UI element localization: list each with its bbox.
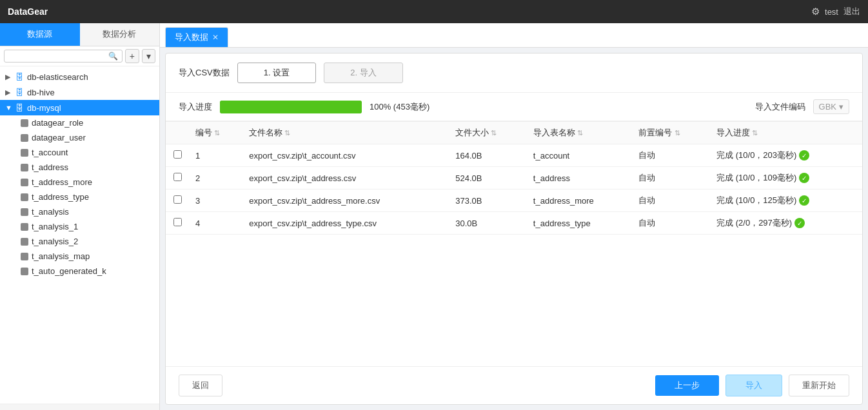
encoding-value: GBK (819, 102, 836, 112)
row-status: 完成 (10/0，125毫秒) ✓ (710, 190, 862, 212)
table-icon (21, 238, 28, 246)
tab-bar: 导入数据 ✕ (160, 23, 868, 48)
encoding-dropdown-icon: ▾ (839, 102, 843, 112)
sidebar-item-db-elasticsearch[interactable]: ▶ 🗄 db-elasticsearch (0, 69, 159, 84)
row-num: 4 (189, 212, 242, 235)
settings-icon[interactable]: ⚙ (811, 6, 820, 17)
check-icon: ✓ (799, 173, 809, 183)
sidebar-item-t_auto_generated_k[interactable]: t_auto_generated_k (0, 264, 159, 278)
tree-arrow: ▶ (5, 88, 14, 97)
tab-import-data[interactable]: 导入数据 ✕ (165, 27, 228, 47)
sidebar-tab-datasource[interactable]: 数据源 (0, 23, 80, 46)
row-tablename: t_address_more (527, 190, 633, 212)
sidebar-item-t_address_type[interactable]: t_address_type (0, 190, 159, 204)
row-checkbox-cell[interactable] (166, 144, 189, 167)
footer-buttons: 返回 上一步 导入 重新开始 (166, 366, 862, 404)
table-icon (21, 164, 28, 171)
progress-label: 导入进度 (179, 101, 212, 113)
tree-label: t_auto_generated_k (32, 266, 106, 276)
row-status: 完成 (10/0，203毫秒) ✓ (710, 144, 862, 167)
row-filesize: 373.0B (449, 190, 527, 212)
row-checkbox[interactable] (173, 173, 182, 181)
tree-label: t_address_more (32, 177, 92, 187)
row-checkbox[interactable] (173, 218, 182, 226)
col-status[interactable]: 导入进度 (710, 122, 862, 144)
progress-text: 100% (453毫秒) (370, 101, 429, 113)
row-checkbox[interactable] (173, 150, 182, 159)
sidebar-search-row: 🔍 + ▾ (0, 46, 159, 66)
table-icon (21, 119, 28, 127)
col-filename[interactable]: 文件名称 (242, 122, 449, 144)
sidebar-item-t_analysis_2[interactable]: t_analysis_2 (0, 234, 159, 249)
prev-step-button[interactable]: 上一步 (655, 375, 719, 396)
sidebar-item-t_analysis[interactable]: t_analysis (0, 204, 159, 219)
sidebar-item-db-mysql[interactable]: ▼ 🗄 db-mysql (0, 100, 159, 115)
dropdown-button[interactable]: ▾ (142, 49, 155, 63)
section-label: 导入CSV数据 (179, 67, 230, 79)
row-filesize: 30.0B (449, 212, 527, 235)
col-select (166, 122, 189, 144)
row-checkbox-cell[interactable] (166, 167, 189, 190)
sidebar-tab-analysis[interactable]: 数据分析 (80, 23, 160, 46)
step1-button[interactable]: 1. 设置 (237, 63, 316, 83)
topbar-right: ⚙ test 退出 (811, 6, 860, 17)
row-filename: export_csv.zip\t_address_more.csv (242, 190, 449, 212)
col-tablename[interactable]: 导入表名称 (527, 122, 633, 144)
user-label: test (825, 7, 838, 17)
back-button[interactable]: 返回 (179, 375, 222, 396)
row-checkbox-cell[interactable] (166, 190, 189, 212)
row-checkbox[interactable] (173, 195, 182, 204)
tree-label: db-elasticsearch (27, 72, 88, 82)
table-icon (21, 268, 28, 275)
sidebar-item-t_analysis_map[interactable]: t_analysis_map (0, 249, 159, 264)
row-status: 完成 (2/0，297毫秒) ✓ (710, 212, 862, 235)
row-tablename: t_address_type (527, 212, 633, 235)
sidebar-item-datagear_role[interactable]: datagear_role (0, 115, 159, 130)
progress-bar-fill (220, 101, 362, 113)
table-icon (21, 253, 28, 260)
db-icon: 🗄 (14, 72, 25, 82)
status-text: 完成 (2/0，297毫秒) (716, 217, 792, 229)
table-icon (21, 193, 28, 201)
col-prenum[interactable]: 前置编号 (632, 122, 710, 144)
step2-button[interactable]: 2. 导入 (324, 63, 402, 83)
status-text: 完成 (10/0，203毫秒) (716, 150, 796, 161)
table-row: 4 export_csv.zip\t_address_type.csv 30.0… (166, 212, 862, 235)
main-panel: 导入CSV数据 1. 设置 2. 导入 导入进度 100% (453毫秒) 导入… (165, 53, 863, 405)
sidebar-scrollbar-h (0, 404, 159, 410)
table-icon (21, 223, 28, 231)
sidebar: 数据源 数据分析 🔍 + ▾ ▶ 🗄 db-elasticsearch ▶ 🗄 … (0, 23, 160, 410)
col-num[interactable]: 编号 (189, 122, 242, 144)
row-checkbox-cell[interactable] (166, 212, 189, 235)
sidebar-item-t_address_more[interactable]: t_address_more (0, 175, 159, 190)
table-row: 2 export_csv.zip\t_address.csv 524.0B t_… (166, 167, 862, 190)
logout-button[interactable]: 退出 (843, 6, 860, 17)
table-row: 3 export_csv.zip\t_address_more.csv 373.… (166, 190, 862, 212)
search-input[interactable] (8, 52, 108, 61)
table-icon (21, 134, 28, 142)
sidebar-item-t_address[interactable]: t_address (0, 160, 159, 175)
encoding-select[interactable]: GBK ▾ (813, 99, 849, 114)
row-filesize: 164.0B (449, 144, 527, 167)
row-filename: export_csv.zip\t_account.csv (242, 144, 449, 167)
import-button[interactable]: 导入 (725, 375, 782, 396)
sidebar-item-t_account[interactable]: t_account (0, 145, 159, 160)
tree-label: datagear_role (32, 118, 83, 128)
table-row: 1 export_csv.zip\t_account.csv 164.0B t_… (166, 144, 862, 167)
sidebar-item-datagear_user[interactable]: datagear_user (0, 130, 159, 145)
sidebar-search-box: 🔍 (4, 50, 123, 63)
sidebar-tabs: 数据源 数据分析 (0, 23, 159, 46)
sidebar-item-db-hive[interactable]: ▶ 🗄 db-hive (0, 84, 159, 100)
encoding-label: 导入文件编码 (755, 101, 805, 113)
add-button[interactable]: + (125, 49, 139, 63)
col-filesize[interactable]: 文件大小 (449, 122, 527, 144)
tree-label: t_analysis_1 (32, 222, 78, 231)
sidebar-item-t_analysis_1[interactable]: t_analysis_1 (0, 219, 159, 234)
status-text: 完成 (10/0，125毫秒) (716, 195, 796, 206)
tab-close-icon[interactable]: ✕ (212, 33, 219, 42)
steps-header: 导入CSV数据 1. 设置 2. 导入 (166, 54, 862, 93)
tab-label: 导入数据 (175, 32, 208, 43)
data-table: 编号 文件名称 文件大小 导入表名称 前置编号 导入进度 1 export_cs… (166, 121, 862, 366)
restart-button[interactable]: 重新开始 (789, 375, 849, 396)
sidebar-tree: ▶ 🗄 db-elasticsearch ▶ 🗄 db-hive ▼ 🗄 db-… (0, 66, 159, 404)
